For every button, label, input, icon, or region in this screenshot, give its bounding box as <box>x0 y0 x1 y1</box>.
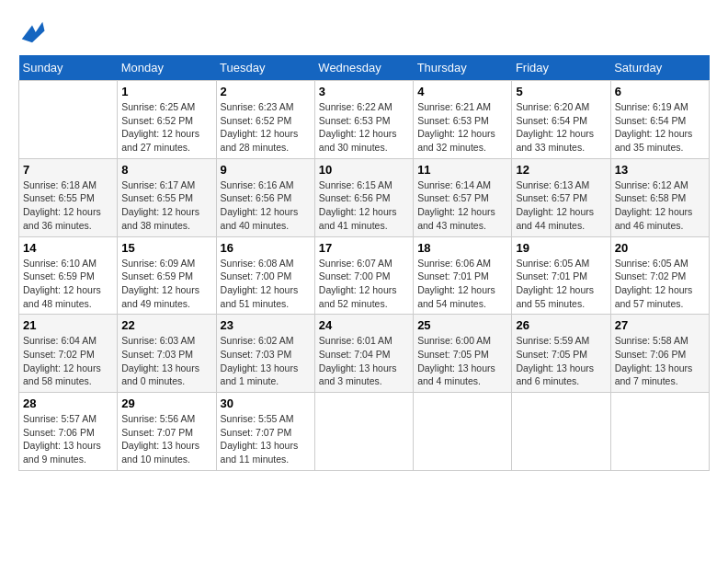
day-number: 12 <box>516 163 606 177</box>
day-info: Sunrise: 6:10 AM Sunset: 6:59 PM Dayligh… <box>23 257 113 311</box>
calendar-cell: 2Sunrise: 6:23 AM Sunset: 6:52 PM Daylig… <box>216 81 314 159</box>
week-row-3: 14Sunrise: 6:10 AM Sunset: 6:59 PM Dayli… <box>19 236 710 315</box>
calendar-cell: 20Sunrise: 6:05 AM Sunset: 7:02 PM Dayli… <box>610 236 709 315</box>
page-header <box>18 18 710 46</box>
calendar-cell: 12Sunrise: 6:13 AM Sunset: 6:57 PM Dayli… <box>512 158 610 236</box>
calendar-cell <box>512 393 610 471</box>
day-info: Sunrise: 6:21 AM Sunset: 6:53 PM Dayligh… <box>417 100 507 155</box>
calendar-cell: 28Sunrise: 5:57 AM Sunset: 7:06 PM Dayli… <box>19 393 118 471</box>
calendar-cell: 14Sunrise: 6:10 AM Sunset: 6:59 PM Dayli… <box>19 236 118 315</box>
calendar-cell: 1Sunrise: 6:25 AM Sunset: 6:52 PM Daylig… <box>118 81 216 159</box>
svg-marker-1 <box>22 22 45 43</box>
day-number: 23 <box>221 318 311 332</box>
calendar-cell: 24Sunrise: 6:01 AM Sunset: 7:04 PM Dayli… <box>314 315 413 393</box>
header-day-tuesday: Tuesday <box>216 55 314 81</box>
day-info: Sunrise: 6:05 AM Sunset: 7:02 PM Dayligh… <box>615 257 705 311</box>
day-number: 18 <box>417 241 507 255</box>
header-row: SundayMondayTuesdayWednesdayThursdayFrid… <box>19 55 710 81</box>
day-info: Sunrise: 6:23 AM Sunset: 6:52 PM Dayligh… <box>221 100 311 155</box>
day-number: 4 <box>417 85 507 98</box>
header-day-saturday: Saturday <box>610 55 709 81</box>
day-info: Sunrise: 5:59 AM Sunset: 7:05 PM Dayligh… <box>516 334 606 388</box>
header-day-sunday: Sunday <box>19 55 118 81</box>
day-number: 22 <box>121 318 211 332</box>
day-number: 20 <box>615 241 705 255</box>
day-number: 15 <box>121 241 211 255</box>
day-number: 7 <box>23 163 113 177</box>
calendar-cell: 5Sunrise: 6:20 AM Sunset: 6:54 PM Daylig… <box>512 81 610 159</box>
calendar-cell: 16Sunrise: 6:08 AM Sunset: 7:00 PM Dayli… <box>216 236 314 315</box>
week-row-2: 7Sunrise: 6:18 AM Sunset: 6:55 PM Daylig… <box>19 158 710 236</box>
day-info: Sunrise: 6:04 AM Sunset: 7:02 PM Dayligh… <box>23 334 113 388</box>
day-number: 28 <box>23 396 113 410</box>
day-info: Sunrise: 5:58 AM Sunset: 7:06 PM Dayligh… <box>615 334 705 388</box>
day-number: 2 <box>221 85 311 98</box>
day-info: Sunrise: 6:18 AM Sunset: 6:55 PM Dayligh… <box>23 178 113 233</box>
day-info: Sunrise: 5:57 AM Sunset: 7:06 PM Dayligh… <box>23 412 113 466</box>
day-info: Sunrise: 5:56 AM Sunset: 7:07 PM Dayligh… <box>121 412 211 466</box>
calendar-cell: 17Sunrise: 6:07 AM Sunset: 7:00 PM Dayli… <box>314 236 413 315</box>
header-day-wednesday: Wednesday <box>314 55 413 81</box>
day-number: 19 <box>516 241 606 255</box>
logo-icon <box>18 18 46 46</box>
week-row-4: 21Sunrise: 6:04 AM Sunset: 7:02 PM Dayli… <box>19 315 710 393</box>
calendar-cell: 11Sunrise: 6:14 AM Sunset: 6:57 PM Dayli… <box>414 158 512 236</box>
calendar-cell: 13Sunrise: 6:12 AM Sunset: 6:58 PM Dayli… <box>610 158 709 236</box>
day-info: Sunrise: 6:07 AM Sunset: 7:00 PM Dayligh… <box>319 257 409 311</box>
header-day-friday: Friday <box>512 55 610 81</box>
day-info: Sunrise: 6:00 AM Sunset: 7:05 PM Dayligh… <box>417 334 507 388</box>
day-number: 30 <box>221 396 311 410</box>
day-number: 16 <box>221 241 311 255</box>
calendar-table: SundayMondayTuesdayWednesdayThursdayFrid… <box>18 55 710 471</box>
day-number: 6 <box>615 85 705 98</box>
day-number: 24 <box>319 318 409 332</box>
day-number: 10 <box>319 163 409 177</box>
calendar-cell: 6Sunrise: 6:19 AM Sunset: 6:54 PM Daylig… <box>610 81 709 159</box>
calendar-cell: 27Sunrise: 5:58 AM Sunset: 7:06 PM Dayli… <box>610 315 709 393</box>
day-number: 3 <box>319 85 409 98</box>
calendar-cell: 4Sunrise: 6:21 AM Sunset: 6:53 PM Daylig… <box>414 81 512 159</box>
day-info: Sunrise: 6:19 AM Sunset: 6:54 PM Dayligh… <box>615 100 705 155</box>
calendar-cell: 7Sunrise: 6:18 AM Sunset: 6:55 PM Daylig… <box>19 158 118 236</box>
day-info: Sunrise: 6:13 AM Sunset: 6:57 PM Dayligh… <box>516 178 606 233</box>
day-info: Sunrise: 6:01 AM Sunset: 7:04 PM Dayligh… <box>319 334 409 388</box>
day-number: 26 <box>516 318 606 332</box>
day-info: Sunrise: 5:55 AM Sunset: 7:07 PM Dayligh… <box>221 412 311 466</box>
calendar-cell <box>414 393 512 471</box>
calendar-cell: 8Sunrise: 6:17 AM Sunset: 6:55 PM Daylig… <box>118 158 216 236</box>
calendar-cell: 18Sunrise: 6:06 AM Sunset: 7:01 PM Dayli… <box>414 236 512 315</box>
day-info: Sunrise: 6:08 AM Sunset: 7:00 PM Dayligh… <box>221 257 311 311</box>
day-number: 14 <box>23 241 113 255</box>
day-info: Sunrise: 6:15 AM Sunset: 6:56 PM Dayligh… <box>319 178 409 233</box>
day-info: Sunrise: 6:03 AM Sunset: 7:03 PM Dayligh… <box>121 334 211 388</box>
day-info: Sunrise: 6:20 AM Sunset: 6:54 PM Dayligh… <box>516 100 606 155</box>
week-row-1: 1Sunrise: 6:25 AM Sunset: 6:52 PM Daylig… <box>19 81 710 159</box>
day-number: 21 <box>23 318 113 332</box>
calendar-cell: 26Sunrise: 5:59 AM Sunset: 7:05 PM Dayli… <box>512 315 610 393</box>
day-info: Sunrise: 6:22 AM Sunset: 6:53 PM Dayligh… <box>319 100 409 155</box>
calendar-cell: 22Sunrise: 6:03 AM Sunset: 7:03 PM Dayli… <box>118 315 216 393</box>
calendar-cell: 23Sunrise: 6:02 AM Sunset: 7:03 PM Dayli… <box>216 315 314 393</box>
day-info: Sunrise: 6:17 AM Sunset: 6:55 PM Dayligh… <box>121 178 211 233</box>
day-number: 25 <box>417 318 507 332</box>
calendar-cell <box>610 393 709 471</box>
day-number: 13 <box>615 163 705 177</box>
calendar-cell: 10Sunrise: 6:15 AM Sunset: 6:56 PM Dayli… <box>314 158 413 236</box>
day-info: Sunrise: 6:25 AM Sunset: 6:52 PM Dayligh… <box>121 100 211 155</box>
logo <box>18 18 50 46</box>
day-number: 29 <box>121 396 211 410</box>
day-info: Sunrise: 6:05 AM Sunset: 7:01 PM Dayligh… <box>516 257 606 311</box>
day-number: 17 <box>319 241 409 255</box>
day-number: 8 <box>121 163 211 177</box>
calendar-cell: 25Sunrise: 6:00 AM Sunset: 7:05 PM Dayli… <box>414 315 512 393</box>
day-number: 11 <box>417 163 507 177</box>
calendar-cell: 3Sunrise: 6:22 AM Sunset: 6:53 PM Daylig… <box>314 81 413 159</box>
day-number: 9 <box>221 163 311 177</box>
day-info: Sunrise: 6:02 AM Sunset: 7:03 PM Dayligh… <box>221 334 311 388</box>
day-info: Sunrise: 6:16 AM Sunset: 6:56 PM Dayligh… <box>221 178 311 233</box>
day-info: Sunrise: 6:06 AM Sunset: 7:01 PM Dayligh… <box>417 257 507 311</box>
calendar-cell: 15Sunrise: 6:09 AM Sunset: 6:59 PM Dayli… <box>118 236 216 315</box>
day-number: 5 <box>516 85 606 98</box>
week-row-5: 28Sunrise: 5:57 AM Sunset: 7:06 PM Dayli… <box>19 393 710 471</box>
day-info: Sunrise: 6:09 AM Sunset: 6:59 PM Dayligh… <box>121 257 211 311</box>
